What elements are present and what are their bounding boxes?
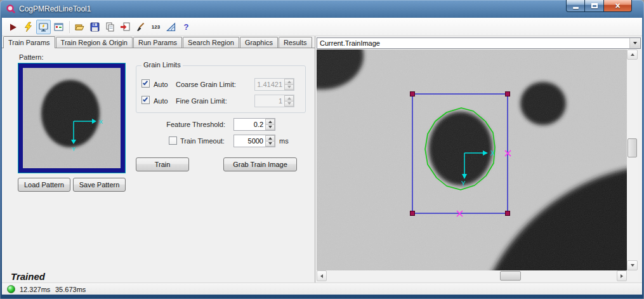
fine-grain-spinner[interactable]: 1: [254, 95, 294, 107]
auto-fine-label: Auto: [154, 97, 168, 105]
auto-fine-checkbox[interactable]: [141, 96, 150, 104]
up-arrow-icon: [268, 137, 272, 140]
maximize-button[interactable]: [585, 0, 603, 12]
train-button[interactable]: Train: [136, 157, 189, 171]
down-arrow-icon: [268, 126, 272, 128]
tab-graphics[interactable]: Graphics: [240, 37, 278, 48]
grain-limits-title: Grain Limits: [141, 61, 183, 69]
tab-search-region[interactable]: Search Region: [183, 37, 239, 48]
fine-spin-up-button[interactable]: [284, 95, 294, 102]
timeout-spin-down-button[interactable]: [265, 142, 275, 147]
minimize-icon: [573, 7, 579, 9]
combo-dropdown-button[interactable]: [629, 38, 640, 48]
svg-text:X: X: [99, 119, 103, 125]
checkmark-icon: [143, 96, 148, 102]
train-image-display[interactable]: X Y: [317, 50, 627, 270]
titlebar[interactable]: CogPMRedLineTool1 ×: [0, 0, 644, 18]
numeric-format-icon: 123: [152, 24, 160, 30]
checkmark-icon: [143, 80, 148, 86]
svg-text:Y: Y: [72, 146, 76, 152]
save-image-button[interactable]: [88, 20, 102, 34]
electric-display-toggle-button[interactable]: [36, 20, 51, 34]
coarse-grain-spinner[interactable]: 1.41421: [254, 78, 294, 91]
svg-text:X: X: [490, 150, 495, 157]
tab-results[interactable]: Results: [279, 37, 312, 48]
feature-threshold-spinner[interactable]: 0.2: [233, 118, 275, 131]
corner-handle-tl[interactable]: [411, 92, 415, 96]
timeout-spin-up-button[interactable]: [265, 135, 275, 142]
tab-train-region-origin[interactable]: Train Region & Origin: [56, 37, 133, 48]
copy-pages-icon: [105, 22, 115, 32]
auto-coarse-checkbox[interactable]: [141, 79, 150, 88]
minimize-button[interactable]: [566, 0, 585, 12]
close-icon: ×: [615, 1, 620, 10]
fine-spin-down-button[interactable]: [284, 102, 294, 107]
load-pattern-button[interactable]: Load Pattern: [18, 178, 70, 192]
scroll-up-button[interactable]: [627, 50, 638, 60]
scroll-right-button[interactable]: [617, 270, 627, 281]
horizontal-scrollbar[interactable]: [317, 270, 627, 281]
result-time: 12.327ms: [20, 286, 50, 293]
open-image-file-button[interactable]: [72, 20, 87, 34]
copy-results-button[interactable]: [103, 20, 117, 34]
vertical-scrollbar[interactable]: [627, 50, 638, 270]
protractor-button[interactable]: [164, 20, 178, 34]
grab-train-image-button[interactable]: Grab Train Image: [223, 157, 297, 171]
electric-run-button[interactable]: [21, 20, 36, 34]
coarse-grain-value[interactable]: 1.41421: [255, 79, 284, 90]
grain-limits-group: Grain Limits Auto Coarse Grain Limit: 1.…: [136, 65, 306, 113]
coarse-spin-up-button[interactable]: [284, 79, 294, 85]
trained-status: Trained: [11, 271, 45, 282]
save-pattern-button[interactable]: Save Pattern: [73, 178, 126, 192]
scroll-left-button[interactable]: [317, 270, 327, 281]
feature-threshold-value[interactable]: 0.2: [234, 119, 265, 130]
display-source-combo[interactable]: Current.TrainImage: [317, 37, 641, 49]
scroll-down-button[interactable]: [627, 260, 638, 270]
threshold-spin-down-button[interactable]: [265, 125, 275, 131]
import-results-button[interactable]: [118, 20, 133, 34]
window-controls: ×: [566, 0, 632, 12]
protractor-icon: [166, 22, 176, 32]
run-button[interactable]: [6, 20, 20, 34]
corner-handle-br[interactable]: [506, 211, 510, 216]
down-arrow-icon: [287, 86, 291, 88]
train-timeout-label: Train Timeout:: [180, 137, 225, 145]
right-arrow-icon: [621, 274, 623, 278]
left-arrow-icon: [320, 274, 323, 278]
svg-text:Y: Y: [461, 180, 466, 187]
help-button[interactable]: ?: [179, 20, 194, 34]
image-display-pane: Current.TrainImage: [315, 36, 642, 282]
down-arrow-icon: [268, 142, 272, 145]
tab-train-params[interactable]: Train Params: [3, 36, 55, 48]
display-source-value: Current.TrainImage: [317, 39, 629, 47]
chevron-down-icon: [633, 42, 637, 44]
brush-button[interactable]: [133, 20, 148, 34]
corner-handle-tr[interactable]: [506, 92, 510, 96]
train-timeout-value[interactable]: 5000: [234, 135, 265, 147]
feature-threshold-label: Feature Threshold:: [134, 121, 225, 128]
horizontal-scroll-thumb[interactable]: [500, 271, 521, 281]
tab-run-params[interactable]: Run Params: [133, 37, 182, 48]
up-arrow-icon: [287, 97, 291, 100]
train-timeout-checkbox[interactable]: [169, 136, 177, 145]
results-display-button[interactable]: [51, 20, 66, 34]
threshold-spin-up-button[interactable]: [265, 119, 275, 125]
toolbar: 123 ?: [2, 18, 642, 36]
fine-grain-value[interactable]: 1: [255, 95, 284, 107]
scrollbar-corner: [627, 270, 638, 281]
total-time: 35.673ms: [55, 286, 86, 293]
close-button[interactable]: ×: [603, 0, 632, 12]
toolbar-separator: [69, 21, 70, 33]
down-arrow-icon: [631, 264, 634, 267]
train-timeout-spinner[interactable]: 5000: [233, 135, 275, 147]
pattern-image: X Y: [23, 68, 121, 168]
help-icon: ?: [184, 22, 189, 32]
numeric-format-button[interactable]: 123: [148, 20, 163, 34]
corner-handle-bl[interactable]: [411, 211, 415, 216]
vertical-scroll-thumb[interactable]: [628, 138, 637, 157]
fine-grain-label: Fine Grain Limit:: [176, 97, 227, 105]
open-folder-icon: [74, 22, 85, 32]
coarse-spin-down-button[interactable]: [284, 85, 294, 91]
image-noise: [317, 50, 627, 270]
up-arrow-icon: [287, 81, 291, 83]
